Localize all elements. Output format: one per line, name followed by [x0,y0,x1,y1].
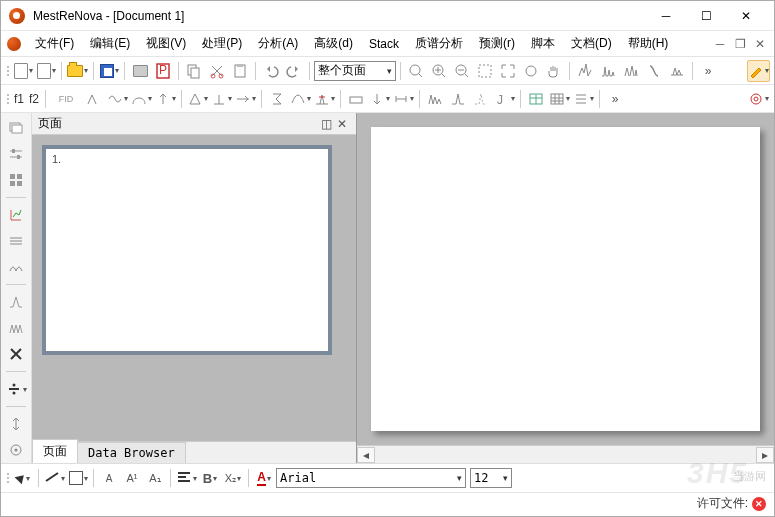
open-button[interactable]: ▾ [66,60,89,82]
menu-process[interactable]: 处理(P) [194,31,250,56]
analysis-tool-3[interactable] [470,88,492,110]
proc-tool-13[interactable]: ▾ [392,88,415,110]
spectrum-tool-3[interactable] [620,60,642,82]
dock-btn-3[interactable] [4,169,28,191]
paste-button[interactable] [229,60,251,82]
menu-analyze[interactable]: 分析(A) [250,31,306,56]
proc-tool-12[interactable]: ▾ [368,88,391,110]
menu-mass[interactable]: 质谱分析 [407,31,471,56]
cut-button[interactable] [206,60,228,82]
fid-button[interactable]: FID [50,88,82,110]
maximize-button[interactable]: ☐ [686,2,726,30]
proc-tool-7[interactable]: ▾ [234,88,257,110]
font-size-combo[interactable]: ▾ [470,468,512,488]
menu-advanced[interactable]: 高级(d) [306,31,361,56]
table-tool-3[interactable]: ▾ [572,88,595,110]
proc-tool-6[interactable]: ▾ [210,88,233,110]
table-tool-2[interactable]: ▾ [548,88,571,110]
font-color-button[interactable]: A▾ [253,467,275,489]
zoom-full-button[interactable] [497,60,519,82]
close-button[interactable]: ✕ [726,2,766,30]
zoom-reset-button[interactable] [520,60,542,82]
zoom-fit-button[interactable] [405,60,427,82]
dock-btn-7[interactable] [4,291,28,313]
tab-pages[interactable]: 页面 [32,439,78,463]
page-thumbnails[interactable]: 1. [32,135,356,441]
undo-button[interactable] [260,60,282,82]
rect-button[interactable]: ▾ [67,467,89,489]
spectrum-tool-1[interactable] [574,60,596,82]
proc-tool-10[interactable]: ▾ [313,88,336,110]
menu-view[interactable]: 视图(V) [138,31,194,56]
scroll-left-button[interactable]: ◂ [357,447,375,463]
analysis-tool-4[interactable]: J▾ [493,88,516,110]
print-button[interactable] [129,60,151,82]
zoom-combo-input[interactable] [318,64,385,78]
highlight-tool-button[interactable]: ▾ [747,60,770,82]
panel-float-button[interactable]: ◫ [318,116,334,132]
zoom-combo[interactable]: ▾ [314,61,396,81]
menu-script[interactable]: 脚本 [523,31,563,56]
save-button[interactable]: ▾ [98,60,120,82]
menu-edit[interactable]: 编辑(E) [82,31,138,56]
dock-btn-5[interactable] [4,230,28,252]
menu-predict[interactable]: 预测(r) [471,31,523,56]
line-color-button[interactable]: ▾ [43,467,66,489]
proc-tool-5[interactable]: ▾ [186,88,209,110]
font-name-input[interactable] [280,471,455,485]
menu-document[interactable]: 文档(D) [563,31,620,56]
document-canvas[interactable] [371,127,760,431]
tab-data-browser[interactable]: Data Browser [77,442,186,463]
toolbar-grip[interactable] [5,94,11,104]
dock-btn-12[interactable] [4,439,28,461]
spectrum-tool-5[interactable] [666,60,688,82]
scroll-right-button[interactable]: ▸ [756,447,774,463]
chevron-right-button-2[interactable]: » [604,88,626,110]
dock-btn-1[interactable] [4,117,28,139]
new-page-button[interactable]: ▾ [35,60,57,82]
proc-tool-11[interactable] [345,88,367,110]
x2-button[interactable]: X₂▾ [222,467,244,489]
pan-button[interactable] [543,60,565,82]
dock-btn-6[interactable] [4,256,28,278]
bold-button[interactable]: B▾ [199,467,221,489]
settings-button[interactable]: ▾ [747,88,770,110]
toolbar-grip[interactable] [5,66,11,76]
copy-button[interactable] [183,60,205,82]
spectrum-tool-4[interactable] [643,60,665,82]
menu-file[interactable]: 文件(F) [27,31,82,56]
zoom-out-button[interactable] [451,60,473,82]
dock-btn-8[interactable] [4,317,28,339]
proc-tool-2[interactable]: ▾ [106,88,129,110]
error-icon[interactable]: ✕ [752,497,766,511]
page-thumb-1[interactable]: 1. [42,145,332,355]
table-tool-1[interactable] [525,88,547,110]
font-smaller-button[interactable]: A [98,467,120,489]
panel-close-button[interactable]: ✕ [334,116,350,132]
proc-tool-4[interactable]: ▾ [154,88,177,110]
font-size-input[interactable] [474,471,501,485]
dock-btn-4[interactable] [4,204,28,226]
app-menu-icon[interactable] [7,37,21,51]
analysis-tool-1[interactable] [424,88,446,110]
font-name-combo[interactable]: ▾ [276,468,466,488]
pointer-button[interactable]: ▾ [12,467,34,489]
mdi-close-button[interactable]: ✕ [751,36,769,52]
spectrum-tool-2[interactable] [597,60,619,82]
subscript-button[interactable]: A₁ [144,467,166,489]
align-button[interactable]: ▾ [175,467,198,489]
pdf-button[interactable]: P [152,60,174,82]
dock-btn-11[interactable] [4,413,28,435]
proc-tool-9[interactable]: ▾ [289,88,312,110]
analysis-tool-2[interactable] [447,88,469,110]
new-button[interactable]: ▾ [12,60,34,82]
horizontal-scrollbar[interactable]: ◂ ▸ [357,445,774,463]
canvas-viewport[interactable] [357,113,774,445]
mdi-restore-button[interactable]: ❐ [731,36,749,52]
dock-btn-10[interactable]: ▾ [4,378,28,400]
proc-tool-8[interactable] [266,88,288,110]
menu-help[interactable]: 帮助(H) [620,31,677,56]
proc-tool-3[interactable]: ▾ [130,88,153,110]
zoom-in-button[interactable] [428,60,450,82]
minimize-button[interactable]: ─ [646,2,686,30]
